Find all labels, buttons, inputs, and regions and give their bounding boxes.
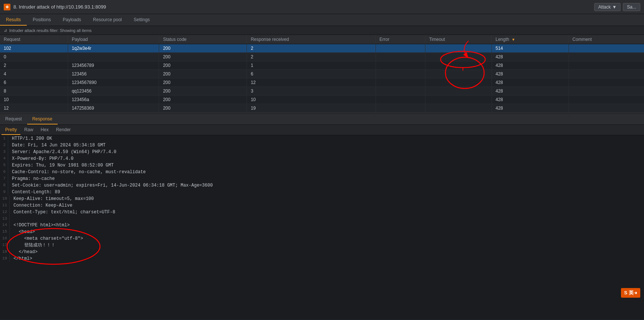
cell-request: 12 (0, 104, 68, 113)
tab-hex[interactable]: Hex (37, 125, 52, 135)
results-table-container: Request Payload Status code Response rec… (0, 35, 644, 113)
tab-settings[interactable]: Settings (128, 14, 155, 26)
response-line: 16 <meta charset="utf-8"> (0, 235, 644, 242)
tab-render[interactable]: Render (52, 125, 74, 135)
tab-request[interactable]: Request (0, 114, 27, 125)
col-comment[interactable]: Comment (569, 35, 644, 44)
cell-comment (569, 78, 644, 87)
cell-timeout (425, 87, 492, 96)
line-number: 13 (0, 216, 10, 222)
window-title: 8. Intruder attack of http://10.196.93.1… (13, 4, 106, 10)
response-line: 11Connection: Keep-Alive (0, 202, 644, 209)
line-content: Keep-Alive: timeout=5, max=100 (10, 195, 97, 202)
cell-response-received: 3 (247, 87, 376, 96)
cell-request: 4 (0, 70, 68, 78)
cell-timeout (425, 78, 492, 87)
tab-pretty[interactable]: Pretty (1, 125, 20, 135)
cell-length: 428 (492, 78, 569, 87)
table-row[interactable]: 1021q2w3e4r2002514 (0, 44, 644, 53)
line-content: Date: Fri, 14 Jun 2024 05:34:18 GMT (8, 142, 109, 149)
table-row[interactable]: 6123456789020012428 (0, 78, 644, 87)
table-row[interactable]: 1214725836920019428 (0, 104, 644, 113)
cell-request: 10 (0, 96, 68, 104)
line-content: Content-Length: 89 (8, 189, 64, 195)
line-number: 15 (0, 229, 10, 235)
line-content: X-Powered-By: PHP/7.4.0 (8, 155, 77, 162)
col-timeout[interactable]: Timeout (425, 35, 492, 44)
response-line: 10Keep-Alive: timeout=5, max=100 (0, 195, 644, 202)
response-line: 1HTTP/1.1 200 OK (0, 135, 644, 142)
cell-payload: 1q2w3e4r (68, 44, 159, 53)
table-header-row: Request Payload Status code Response rec… (0, 35, 644, 44)
filter-text: Intruder attack results filter: Showing … (9, 28, 91, 33)
table-row[interactable]: 41234562006428 (0, 70, 644, 78)
cell-status-code: 200 (159, 61, 247, 70)
col-error[interactable]: Error (376, 35, 425, 44)
tab-response[interactable]: Response (27, 114, 58, 125)
cell-error (376, 78, 425, 87)
line-number: 16 (0, 235, 10, 242)
response-line: 5Expires: Thu, 19 Nov 1981 08:52:00 GMT (0, 162, 644, 169)
tab-raw[interactable]: Raw (20, 125, 37, 135)
app-icon: ⊕ (4, 4, 10, 10)
line-number: 18 (0, 249, 10, 255)
cell-comment (569, 87, 644, 96)
col-payload[interactable]: Payload (68, 35, 159, 44)
cell-request: 102 (0, 44, 68, 53)
cell-timeout (425, 53, 492, 61)
line-number: 8 (0, 182, 8, 189)
cell-error (376, 61, 425, 70)
line-number: 11 (0, 202, 10, 209)
cell-payload: 147258369 (68, 104, 159, 113)
table-body: 1021q2w3e4r20025140200242821234567892001… (0, 44, 644, 113)
cell-error (376, 96, 425, 104)
tab-results[interactable]: Results (0, 14, 27, 26)
cell-error (376, 70, 425, 78)
response-line: 3Server: Apache/2.4.59 (Win64) PHP/7.4.0 (0, 149, 644, 155)
table-row[interactable]: 02002428 (0, 53, 644, 61)
tab-resource-pool[interactable]: Resource pool (87, 14, 128, 26)
cell-length: 428 (492, 70, 569, 78)
line-content: HTTP/1.1 200 OK (8, 135, 56, 142)
line-number: 5 (0, 162, 8, 169)
response-line: 15 <head> (0, 229, 644, 235)
cell-payload: 123456a (68, 96, 159, 104)
cell-status-code: 200 (159, 78, 247, 87)
cell-response-received: 12 (247, 78, 376, 87)
col-response-received[interactable]: Response received (247, 35, 376, 44)
sort-arrow: ▼ (512, 38, 515, 42)
cell-status-code: 200 (159, 53, 247, 61)
table-row[interactable]: 10123456a20010428 (0, 96, 644, 104)
cell-error (376, 44, 425, 53)
save-button[interactable]: Sa... (623, 3, 640, 11)
line-number: 3 (0, 149, 8, 155)
cell-length: 514 (492, 44, 569, 53)
format-tabs: Pretty Raw Hex Render (0, 125, 644, 135)
tab-positions[interactable]: Positions (27, 14, 57, 26)
table-row[interactable]: 8qq1234562003428 (0, 87, 644, 96)
cell-response-received: 10 (247, 96, 376, 104)
line-number: 9 (0, 189, 8, 195)
watermark: S 英·♦ (621, 288, 640, 298)
cell-comment (569, 104, 644, 113)
cell-length: 428 (492, 96, 569, 104)
line-content: Content-Type: text/html; charset=UTF-8 (10, 209, 119, 216)
tab-payloads[interactable]: Payloads (57, 14, 87, 26)
col-status-code[interactable]: Status code (159, 35, 247, 44)
response-line: 6Cache-Control: no-store, no-cache, must… (0, 169, 644, 175)
response-line: 13 (0, 216, 644, 222)
cell-timeout (425, 104, 492, 113)
response-line: 9Content-Length: 89 (0, 189, 644, 195)
cell-error (376, 87, 425, 96)
line-content: Set-Cookie: user=admin; expires=Fri, 14-… (8, 182, 216, 189)
cell-timeout (425, 61, 492, 70)
title-bar: ⊕ 8. Intruder attack of http://10.196.93… (0, 0, 644, 14)
cell-payload: 1234567890 (68, 78, 159, 87)
attack-button[interactable]: Attack ▼ (594, 3, 621, 11)
col-length[interactable]: Length ▼ (492, 35, 569, 44)
cell-response-received: 2 (247, 53, 376, 61)
cell-response-received: 2 (247, 44, 376, 53)
table-row[interactable]: 21234567892001428 (0, 61, 644, 70)
col-request[interactable]: Request (0, 35, 68, 44)
line-content: Connection: Keep-Alive (10, 202, 76, 209)
